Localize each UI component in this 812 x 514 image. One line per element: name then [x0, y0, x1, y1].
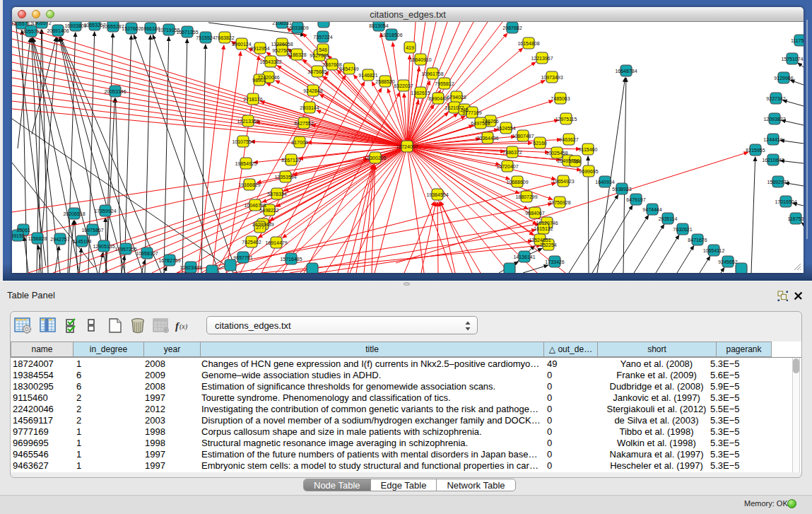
- svg-text:9777169: 9777169: [462, 110, 481, 115]
- svg-text:17957255: 17957255: [114, 247, 136, 252]
- svg-text:10807487: 10807487: [512, 134, 534, 139]
- svg-text:9527508: 9527508: [310, 53, 329, 58]
- svg-text:17359924: 17359924: [94, 209, 116, 214]
- svg-text:8322037: 8322037: [394, 83, 413, 88]
- svg-text:16033809: 16033809: [286, 25, 308, 30]
- svg-text:2803144: 2803144: [300, 105, 319, 110]
- svg-text:10046798: 10046798: [244, 203, 266, 208]
- svg-text:19218506: 19218506: [380, 33, 402, 37]
- svg-text:8471676: 8471676: [688, 238, 707, 243]
- svg-text:5878334: 5878334: [267, 192, 286, 197]
- svg-text:19166829: 19166829: [238, 182, 260, 187]
- svg-text:9146821: 9146821: [358, 73, 377, 78]
- svg-text:6497568: 6497568: [471, 121, 490, 126]
- svg-text:12093822: 12093822: [763, 117, 785, 122]
- svg-text:19384554: 19384554: [426, 192, 448, 197]
- svg-text:8990448: 8990448: [428, 96, 447, 101]
- svg-text:18724007: 18724007: [396, 144, 418, 149]
- svg-text:252254: 252254: [540, 243, 556, 247]
- svg-text:62160: 62160: [533, 141, 547, 146]
- svg-text:3875685: 3875685: [307, 69, 326, 74]
- svg-text:18640910: 18640910: [409, 57, 431, 62]
- svg-text:9245652: 9245652: [718, 259, 737, 264]
- svg-text:8960124: 8960124: [232, 42, 251, 47]
- svg-text:12055712: 12055712: [12, 22, 33, 26]
- svg-text:16543382: 16543382: [259, 59, 281, 64]
- svg-text:18300295: 18300295: [364, 156, 386, 160]
- svg-text:12213967: 12213967: [531, 56, 553, 61]
- svg-text:19756928: 19756928: [548, 200, 570, 205]
- svg-text:8427552: 8427552: [294, 121, 313, 126]
- svg-text:20053346: 20053346: [104, 89, 126, 94]
- svg-text:1905572: 1905572: [32, 22, 51, 25]
- svg-text:1640934: 1640934: [595, 180, 614, 185]
- svg-text:8454749: 8454749: [339, 66, 358, 71]
- svg-text:7663822: 7663822: [215, 35, 234, 40]
- svg-text:9657791: 9657791: [233, 255, 252, 260]
- svg-text:9474444: 9474444: [642, 207, 661, 212]
- svg-text:7632621: 7632621: [673, 227, 692, 232]
- svg-text:10923448: 10923448: [180, 265, 201, 270]
- svg-text:16210643: 16210643: [762, 158, 784, 163]
- svg-text:16671355: 16671355: [176, 30, 198, 35]
- svg-text:1145194: 1145194: [73, 239, 92, 244]
- svg-text:14136141: 14136141: [513, 255, 535, 259]
- svg-text:10975867: 10975867: [81, 228, 103, 233]
- svg-text:2718176: 2718176: [243, 97, 262, 102]
- svg-text:10688609: 10688609: [506, 180, 528, 185]
- svg-text:16120746: 16120746: [536, 221, 558, 226]
- svg-text:9129966: 9129966: [774, 76, 793, 81]
- svg-text:9227342: 9227342: [766, 96, 785, 101]
- svg-text:7485063: 7485063: [551, 96, 570, 101]
- svg-text:98901: 98901: [252, 78, 266, 83]
- svg-text:2935114: 2935114: [659, 216, 678, 221]
- svg-text:6794028: 6794028: [447, 95, 466, 100]
- svg-text:8912954: 8912954: [250, 46, 269, 51]
- svg-text:20206518: 20206518: [63, 211, 85, 216]
- svg-text:15720407: 15720407: [496, 164, 518, 169]
- svg-text:1244419: 1244419: [763, 137, 782, 142]
- svg-text:19854925: 19854925: [235, 161, 257, 166]
- svg-text:9242848: 9242848: [303, 88, 322, 93]
- svg-text:7955812: 7955812: [435, 81, 454, 86]
- svg-text:817004: 817004: [291, 140, 307, 145]
- svg-text:16154808: 16154808: [517, 41, 539, 46]
- svg-text:16782759: 16782759: [158, 258, 180, 263]
- svg-text:39159: 39159: [12, 233, 25, 238]
- svg-text:3624554: 3624554: [496, 126, 515, 131]
- svg-text:2942757: 2942757: [50, 237, 69, 242]
- svg-text:8267130: 8267130: [281, 158, 300, 163]
- svg-text:5938923: 5938923: [612, 187, 631, 192]
- svg-text:1527602: 1527602: [122, 26, 141, 31]
- svg-text:13226058: 13226058: [271, 42, 293, 47]
- svg-text:20364436: 20364436: [476, 136, 498, 141]
- svg-text:9699695: 9699695: [579, 169, 598, 174]
- svg-text:10107554: 10107554: [232, 139, 254, 144]
- svg-text:17016504: 17016504: [775, 199, 796, 204]
- svg-text:12353594: 12353594: [274, 175, 296, 180]
- svg-text:1615132: 1615132: [534, 226, 553, 231]
- svg-text:(x): (x): [180, 322, 188, 331]
- svg-text:9884067: 9884067: [525, 211, 544, 216]
- svg-text:2087682: 2087682: [502, 25, 522, 30]
- svg-text:16648784: 16648784: [615, 69, 637, 74]
- svg-text:9463627: 9463627: [559, 137, 578, 142]
- svg-text:1362615: 1362615: [411, 90, 430, 95]
- svg-text:10025458: 10025458: [546, 151, 567, 156]
- svg-text:1117534: 1117534: [791, 38, 804, 43]
- svg-text:19654923: 19654923: [552, 179, 574, 184]
- svg-text:15751074: 15751074: [781, 57, 803, 62]
- svg-text:12975115: 12975115: [555, 117, 577, 122]
- svg-text:9115460: 9115460: [579, 147, 598, 152]
- svg-text:6479197: 6479197: [626, 197, 645, 202]
- svg-text:546: 546: [319, 47, 327, 52]
- svg-text:35061: 35061: [16, 228, 30, 233]
- svg-text:7625402: 7625402: [242, 240, 261, 245]
- svg-text:277: 277: [256, 225, 264, 230]
- svg-text:10958107: 10958107: [136, 251, 158, 256]
- svg-text:1733426: 1733426: [545, 259, 564, 264]
- svg-text:16914479: 16914479: [265, 240, 287, 245]
- svg-text:7515524: 7515524: [196, 35, 215, 40]
- svg-text:13524851: 13524851: [529, 238, 551, 243]
- svg-text:7464: 7464: [570, 159, 581, 164]
